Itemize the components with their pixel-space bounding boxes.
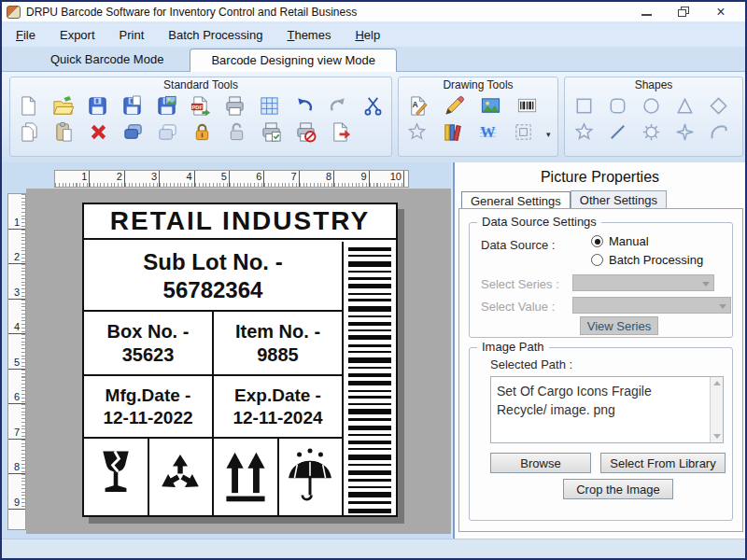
pencil-icon[interactable] [443,93,465,118]
barcode-bar [348,464,391,466]
title-bar: DRPU Barcode Software for Inventory Cont… [2,2,745,22]
shape-line-icon[interactable] [606,119,628,144]
text-document-icon[interactable]: A [406,93,429,118]
shape-diamond-icon[interactable] [707,93,729,118]
menu-item-themes[interactable]: Themes [287,28,331,42]
delete-icon[interactable] [87,119,109,144]
hruler-mark: 2 [90,171,124,187]
fragile-icon[interactable] [84,439,149,515]
radio-batch-processing[interactable]: Batch Processing [591,253,703,267]
shape-sun-icon[interactable] [640,119,662,144]
shape-rounded-icon[interactable] [606,93,628,118]
picture-icon[interactable] [479,93,501,118]
shape-arc-icon[interactable] [707,119,729,144]
barcode-bar [348,381,391,385]
barcode-bar [348,255,391,257]
item-no-cell[interactable]: Item No. - 9885 [214,312,342,374]
minimize-icon[interactable] [639,6,654,19]
save-image-icon[interactable] [155,93,177,118]
menu-item-file[interactable]: File [16,28,35,42]
barcode-bar [348,373,391,377]
open-folder-icon[interactable] [52,93,75,118]
watermark-icon[interactable]: W [477,119,499,144]
redo-icon[interactable] [327,93,349,118]
copy-alt-icon[interactable] [121,119,144,144]
frame-tool-icon[interactable] [513,119,534,144]
barcode-label[interactable]: RETAIL INDUSTRY Sub Lot No. - 56782364 [82,203,398,517]
this-way-up-icon[interactable] [214,439,279,515]
tab-barcode-designing-view-mode[interactable]: Barcode Designing view Mode [190,49,397,72]
barcode-bar [348,455,391,460]
save-as-icon[interactable] [120,93,143,118]
print-icon[interactable] [224,93,247,118]
crop-the-image-button[interactable]: Crop the Image [563,479,673,499]
library-icon[interactable] [442,119,463,144]
frame-tool-dropdown-icon[interactable]: ▾ [546,130,551,139]
menu-item-batch-processing[interactable]: Batch Processing [168,28,262,42]
export-pdf-icon[interactable]: PDF [190,93,212,118]
keep-dry-icon[interactable] [279,439,343,515]
sub-lot-cell[interactable]: Sub Lot No. - 56782364 [84,242,342,310]
print-preview-icon[interactable] [260,119,282,144]
barcode-bar [348,441,391,444]
shape-square-icon[interactable] [572,93,595,118]
svg-text:A: A [412,100,417,109]
tool-group-shapes: Shapes [564,77,743,157]
shape-star-icon[interactable] [572,119,595,144]
select-from-library-button[interactable]: Select From Library [600,453,726,473]
tool-group-label: Drawing Tools [399,77,557,91]
scroll-up-icon[interactable] [713,381,721,385]
shape-ellipse-icon[interactable] [640,93,662,118]
radio-manual[interactable]: Manual [591,234,649,248]
print-cancel-icon[interactable] [294,119,317,144]
barcode-bar [348,284,391,288]
tab-other-settings[interactable]: Other Settings [571,190,667,210]
barcode-bar [348,344,391,347]
star-tool-icon[interactable] [406,119,428,144]
undo-icon[interactable] [293,93,316,118]
browse-button[interactable]: Browse [490,453,591,473]
barcode-bar [348,306,391,312]
menu-item-help[interactable]: Help [355,28,380,42]
selected-path-label: Selected Path : [490,357,572,371]
label-title[interactable]: RETAIL INDUSTRY [84,204,396,240]
barcode[interactable] [344,242,396,515]
shape-fourstar-icon[interactable] [673,119,696,144]
restore-icon[interactable] [676,6,691,19]
scroll-down-icon[interactable] [713,434,721,439]
view-series-button[interactable]: View Series [580,316,658,335]
paste-icon[interactable] [52,119,75,144]
new-document-icon[interactable] [18,93,40,118]
barcode-bar [348,247,391,251]
box-no-cell[interactable]: Box No. - 35623 [84,312,214,374]
shape-triangle-icon[interactable] [673,93,696,118]
tab-quick-barcode-mode[interactable]: Quick Barcode Mode [30,49,184,71]
barcode-bar [348,501,391,504]
save-icon[interactable] [87,93,109,118]
barcode-bar [348,390,391,392]
path-scrollbar[interactable] [710,377,723,442]
lock-icon[interactable] [190,119,213,144]
export-page-icon[interactable] [329,119,351,144]
duplicate-icon[interactable] [156,119,178,144]
barcode-bar [348,448,391,450]
barcode-icon[interactable] [515,93,538,118]
recycle-icon[interactable] [149,439,215,515]
unlock-icon[interactable] [225,119,247,144]
menu-item-print[interactable]: Print [120,28,145,42]
vruler-mark: 5 [8,334,25,370]
menu-item-export[interactable]: Export [60,28,95,42]
selected-path-textbox[interactable]: Set Of Cargo Icons Fragile Recycle/ imag… [490,376,724,443]
close-icon[interactable]: × [713,6,728,19]
hruler-mark: 4 [160,171,194,187]
vertical-ruler: 123456789 [7,193,26,530]
mfg-date-cell[interactable]: Mfg.Date - 12-11-2022 [84,376,214,437]
barcode-bar [348,479,391,482]
copy-icon[interactable] [18,119,40,144]
mode-tab-row: Quick Barcode ModeBarcode Designing view… [2,47,745,72]
cut-icon[interactable] [361,93,384,118]
grid-icon[interactable] [259,93,281,118]
radio-circle [591,235,603,247]
exp-date-cell[interactable]: Exp.Date - 12-11-2024 [214,376,342,437]
barcode-bar [348,261,391,267]
